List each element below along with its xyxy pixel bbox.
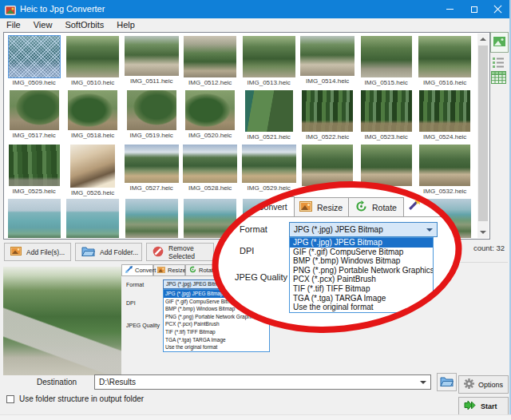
thumbnail-item[interactable]: [64, 196, 123, 238]
thumbnail-image[interactable]: [125, 36, 179, 76]
add-files-button[interactable]: Add File(s)...: [4, 243, 71, 261]
vertical-scrollbar[interactable]: [477, 34, 489, 238]
thumbnail-image[interactable]: [66, 36, 119, 77]
add-folder-button[interactable]: Add Folder...: [75, 243, 142, 261]
thumbnail-image[interactable]: [243, 36, 295, 77]
thumbnail-image[interactable]: [361, 90, 412, 132]
thumbnail-image[interactable]: [125, 145, 179, 183]
format-option[interactable]: JPG (*.jpg) JPEG Bitmap: [290, 238, 433, 248]
maximize-button[interactable]: [462, 0, 486, 18]
format-option[interactable]: BMP (*.bmp) Windows Bitmap: [290, 256, 433, 266]
tab-resize[interactable]: Resize: [153, 264, 185, 276]
thumbnail-item[interactable]: IMG_0517.heic: [5, 88, 64, 142]
thumbnail-image[interactable]: [184, 199, 236, 238]
thumbnail-image[interactable]: [302, 90, 353, 132]
thumbnail-item[interactable]: IMG_0527.heic: [122, 142, 181, 196]
thumbnail-item[interactable]: [122, 196, 181, 238]
thumbnail-image[interactable]: [70, 145, 115, 188]
thumbnail-filename: IMG_0516.heic: [416, 79, 475, 86]
thumbnail-item[interactable]: IMG_0513.heic: [240, 34, 299, 88]
format-option[interactable]: TGA (*.tga) TARGA Image: [290, 294, 433, 303]
format-dropdown[interactable]: JPG (*.jpg) JPEG Bitmap: [289, 222, 438, 237]
tab-rotate[interactable]: Rotate: [185, 264, 217, 276]
thumbnail-image[interactable]: [68, 90, 117, 130]
thumbnail-filename: IMG_0518.heic: [64, 132, 123, 139]
format-option[interactable]: Use the original format: [290, 303, 433, 312]
scrollbar-thumb[interactable]: [478, 46, 488, 221]
thumbnail-view-button[interactable]: [490, 32, 509, 53]
format-option[interactable]: TGA (*.tga) TARGA Image: [164, 336, 269, 344]
thumbnail-item[interactable]: IMG_0528.heic: [181, 142, 240, 196]
format-option[interactable]: PCX (*.pcx) PaintBrush: [164, 320, 269, 328]
thumbnail-image[interactable]: [9, 145, 60, 186]
format-option[interactable]: PNG (*.png) Portable Network Graphics: [164, 313, 269, 321]
format-option[interactable]: TIF (*.tif) TIFF Bitmap: [164, 328, 269, 336]
tab-convert[interactable]: Convert: [121, 264, 153, 276]
format-option[interactable]: TIF (*.tif) TIFF Bitmap: [290, 284, 433, 294]
menu-item[interactable]: File: [0, 18, 27, 31]
format-option[interactable]: PNG (*.png) Portable Network Graphics: [290, 266, 433, 275]
destination-value: D:\Results: [99, 378, 136, 386]
format-option[interactable]: GIF (*.gif) CompuServe Bitmap: [290, 248, 433, 257]
start-button[interactable]: Start: [458, 397, 509, 415]
thumbnail-image[interactable]: [185, 90, 235, 130]
scroll-down-button[interactable]: [477, 227, 489, 238]
thumbnail-item[interactable]: IMG_0520.heic: [181, 88, 240, 142]
thumbnail-item[interactable]: IMG_0529.heic: [240, 142, 299, 196]
thumbnail-item[interactable]: IMG_0515.heic: [357, 34, 416, 88]
thumbnail-item[interactable]: IMG_0524.heic: [416, 88, 475, 142]
thumbnail-item[interactable]: IMG_0519.heic: [122, 88, 181, 142]
thumbnail-image[interactable]: [66, 199, 119, 238]
scroll-up-button[interactable]: [477, 34, 489, 45]
thumbnail-item[interactable]: IMG_0525.heic: [5, 142, 64, 196]
thumbnail-image[interactable]: [184, 36, 236, 77]
format-option[interactable]: Use the original format: [164, 343, 269, 351]
destination-combobox[interactable]: D:\Results: [94, 374, 431, 390]
thumbnail-item[interactable]: IMG_0510.heic: [64, 34, 123, 88]
folder-structure-checkbox[interactable]: [6, 395, 14, 403]
list-view-button[interactable]: [493, 57, 505, 68]
thumbnail-image[interactable]: [242, 145, 296, 183]
thumbnail-image[interactable]: [300, 36, 355, 76]
thumbnail-image[interactable]: [419, 145, 470, 186]
thumbnail-image[interactable]: [10, 90, 59, 130]
browse-folder-button[interactable]: [437, 373, 457, 391]
app-icon: [5, 4, 16, 14]
thumbnail-item[interactable]: IMG_0518.heic: [64, 88, 123, 142]
format-option[interactable]: PCX (*.pcx) PaintBrush: [290, 275, 433, 284]
selected-image-preview: [3, 267, 121, 375]
thumbnail-image[interactable]: [302, 145, 353, 186]
thumbnail-image[interactable]: [361, 145, 412, 186]
menu-item[interactable]: View: [27, 18, 59, 31]
thumbnail-image[interactable]: [361, 36, 412, 77]
remove-selected-button[interactable]: Remove Selected: [146, 243, 214, 261]
thumbnail-item[interactable]: IMG_0516.heic: [416, 34, 475, 88]
close-button[interactable]: [485, 0, 509, 18]
thumbnail-item[interactable]: IMG_0514.heic: [299, 34, 358, 88]
thumbnail-item[interactable]: IMG_0522.heic: [299, 88, 358, 142]
menu-item[interactable]: SoftOrbits: [58, 18, 110, 31]
thumbnail-image[interactable]: [125, 199, 178, 238]
menu-item[interactable]: Help: [110, 18, 141, 31]
thumbnail-item[interactable]: IMG_0509.heic: [5, 34, 64, 88]
minimize-button[interactable]: [438, 0, 461, 18]
options-button[interactable]: Options: [458, 375, 509, 394]
thumbnail-image[interactable]: [9, 36, 60, 77]
tab-resize[interactable]: Resize: [292, 197, 350, 217]
resize-image-icon: [299, 201, 312, 213]
thumbnail-image[interactable]: [127, 90, 176, 130]
thumbnail-image[interactable]: [418, 36, 471, 77]
thumbnail-image[interactable]: [183, 145, 237, 183]
thumbnail-image[interactable]: [8, 199, 61, 238]
tab-rotate[interactable]: Rotate: [348, 197, 404, 217]
thumbnail-image[interactable]: [419, 90, 470, 132]
thumbnail-item[interactable]: IMG_0523.heic: [357, 88, 416, 142]
details-view-button[interactable]: [491, 71, 507, 85]
thumbnail-image[interactable]: [245, 90, 293, 132]
thumbnail-item[interactable]: IMG_0512.heic: [181, 34, 240, 88]
thumbnail-item[interactable]: IMG_0526.heic: [64, 142, 123, 196]
thumbnail-item[interactable]: [5, 196, 64, 238]
thumbnail-item[interactable]: IMG_0521.heic: [240, 88, 299, 142]
thumbnail-item[interactable]: IMG_0532.heic: [416, 142, 475, 196]
thumbnail-item[interactable]: IMG_0511.heic: [122, 34, 181, 88]
